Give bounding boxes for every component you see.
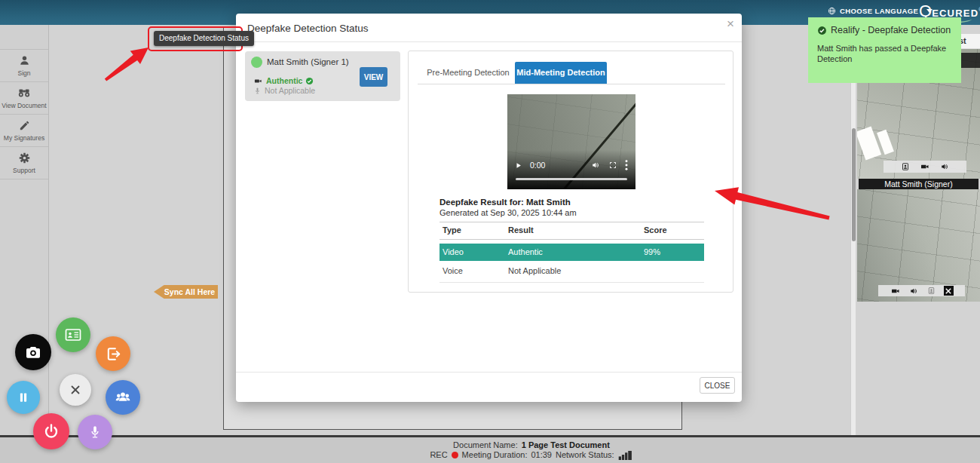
- player-time: 0:00: [530, 161, 545, 170]
- modal-footer-divider: [236, 372, 742, 373]
- table-header-type: Type: [443, 225, 461, 235]
- sidebar-item-my-signatures[interactable]: My Signatures: [0, 115, 48, 147]
- kebab-menu-icon[interactable]: [625, 160, 628, 170]
- camera-icon[interactable]: [890, 287, 901, 296]
- annotation-tooltip: Deepfake Detection Status: [154, 31, 254, 46]
- annotation-tooltip-label: Deepfake Detection Status: [159, 34, 249, 42]
- app-root: CHOOSE LANGUAGE QECURED® Sign: [0, 0, 980, 463]
- gear-icon: [18, 152, 31, 164]
- id-card-icon: [64, 326, 82, 344]
- divider: [439, 222, 704, 222]
- close-video-icon[interactable]: [944, 286, 954, 296]
- video-status-row: Authentic: [253, 76, 314, 85]
- table-header-score: Score: [644, 225, 667, 235]
- sync-all-here-label: Sync All Here: [164, 287, 215, 296]
- result-title: Deepfake Result for: Matt Smith: [439, 198, 571, 207]
- duration-label: Meeting Duration:: [462, 450, 528, 460]
- status-bar: Document Name: 1 Page Test Document REC …: [0, 437, 980, 463]
- sidebar-item-support[interactable]: Support: [0, 147, 48, 179]
- modal-close-icon[interactable]: ×: [727, 17, 734, 32]
- deepfake-toast[interactable]: Realify - Deepfake Detection Matt Smith …: [808, 17, 961, 83]
- mic-status-row: Not Applicable: [253, 86, 315, 95]
- sidebar-item-label: Support: [13, 167, 35, 174]
- cell-score: 99%: [644, 244, 660, 261]
- sidebar-item-label: My Signatures: [4, 134, 44, 142]
- microphone-button[interactable]: [78, 415, 112, 449]
- divider: [439, 239, 704, 240]
- sidebar-item-sign[interactable]: Sign: [0, 50, 48, 82]
- signer-card: Matt Smith (Signer 1) VIEW Authentic Not…: [245, 51, 400, 101]
- video-controls-bottom: [878, 285, 965, 296]
- divider: [439, 282, 704, 283]
- check-circle-icon: [305, 77, 314, 85]
- cell-result: Not Applicable: [508, 262, 561, 280]
- cell-type: Video: [443, 244, 464, 261]
- signer-name: Matt Smith (Signer 1): [267, 57, 349, 66]
- microphone-icon: [87, 424, 103, 440]
- sign-out-icon: [105, 345, 122, 363]
- sync-all-here-tag[interactable]: Sync All Here: [154, 285, 218, 299]
- player-progress-bar[interactable]: [516, 178, 627, 180]
- participant-name: Matt Smith (Signer): [884, 179, 952, 189]
- document-name-value: 1 Page Test Document: [522, 440, 610, 450]
- pause-button[interactable]: [7, 381, 40, 414]
- tab-mid-meeting-detection[interactable]: Mid-Meeting Detection: [515, 62, 607, 84]
- scrollbar-track: [850, 27, 856, 435]
- speaker-icon[interactable]: [940, 162, 950, 171]
- camera-icon[interactable]: [920, 162, 930, 171]
- left-sidebar: Sign View Document My Signatures: [0, 25, 49, 437]
- video-tile-self: [857, 189, 980, 302]
- user-icon: [18, 54, 31, 67]
- photo-camera-icon: [24, 343, 42, 361]
- close-menu-button[interactable]: [60, 374, 91, 406]
- close-button[interactable]: CLOSE: [700, 377, 735, 394]
- language-selector[interactable]: CHOOSE LANGUAGE: [828, 7, 933, 15]
- participants-button[interactable]: [106, 380, 140, 415]
- rec-label: REC: [430, 450, 447, 460]
- meeting-status-row: REC Meeting Duration: 01:39 Network Stat…: [430, 450, 632, 460]
- player-controls: 0:00: [515, 159, 628, 171]
- participant-name-label: Matt Smith (Signer): [859, 179, 978, 189]
- cell-result: Authentic: [508, 244, 543, 261]
- modal-title: Deepfake Detection Status: [247, 23, 369, 34]
- table-row-voice: Voice Not Applicable: [439, 262, 704, 280]
- result-generated-at: Generated at Sep 30, 2025 10:44 am: [439, 208, 577, 217]
- video-status-value: Authentic: [266, 76, 302, 85]
- language-icon: [828, 7, 836, 15]
- document-name-row: Document Name: 1 Page Test Document: [453, 440, 610, 450]
- speaker-icon[interactable]: [909, 287, 919, 296]
- toast-title: Realify - Deepfake Detection: [831, 25, 951, 35]
- modal-header-divider: [236, 41, 742, 42]
- volume-icon[interactable]: [591, 161, 601, 170]
- end-meeting-button[interactable]: [33, 413, 69, 449]
- sidebar-spacer: [0, 25, 48, 50]
- portrait-icon[interactable]: [901, 162, 910, 171]
- portrait-icon[interactable]: [927, 287, 936, 295]
- tab-divider: [418, 84, 725, 84]
- signer-presence-dot: [251, 57, 262, 68]
- power-icon: [42, 422, 60, 440]
- duration-value: 01:39: [531, 450, 552, 460]
- cell-type: Voice: [443, 262, 463, 280]
- view-button[interactable]: VIEW: [360, 67, 387, 87]
- pencil-icon: [18, 119, 31, 132]
- sidebar-item-view-document[interactable]: View Document: [0, 82, 48, 115]
- network-status-label: Network Status:: [556, 450, 614, 460]
- toast-body: Matt Smith has passed a Deepfake Detecti…: [817, 43, 952, 64]
- deepfake-status-modal: Deepfake Detection Status × Matt Smith (…: [236, 14, 742, 402]
- signal-bars-icon: [618, 450, 633, 460]
- play-icon[interactable]: [515, 161, 522, 170]
- check-circle-icon: [817, 26, 827, 35]
- id-verification-button[interactable]: [56, 317, 90, 352]
- scrollbar-thumb[interactable]: [852, 128, 856, 241]
- close-icon: [69, 384, 81, 396]
- sidebar-item-label: View Document: [2, 102, 46, 109]
- tab-pre-meeting-detection[interactable]: Pre-Meeting Detection: [422, 62, 514, 84]
- fullscreen-icon[interactable]: [608, 161, 617, 170]
- table-row-video: Video Authentic 99%: [439, 244, 704, 261]
- binoculars-icon: [17, 87, 31, 100]
- leave-meeting-button[interactable]: [96, 336, 130, 371]
- detection-panel: Pre-Meeting Detection Mid-Meeting Detect…: [408, 51, 733, 293]
- toast-title-row: Realify - Deepfake Detection: [817, 25, 952, 36]
- screenshot-button[interactable]: [15, 334, 51, 370]
